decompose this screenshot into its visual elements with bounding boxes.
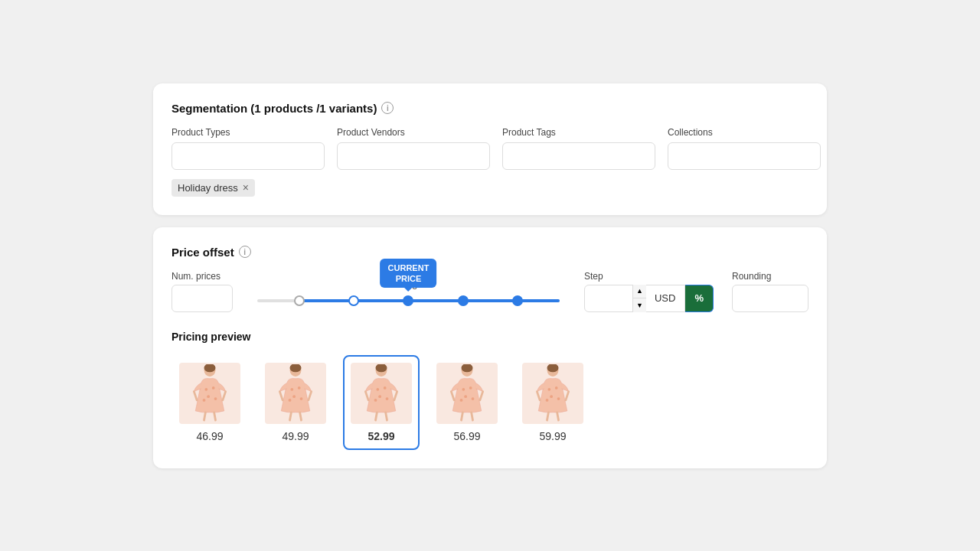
svg-line-20 [290, 412, 292, 420]
svg-line-8 [223, 392, 226, 400]
preview-image-4 [522, 363, 583, 424]
svg-line-30 [394, 392, 397, 400]
svg-point-2 [204, 388, 207, 391]
step-label: Step [584, 271, 714, 282]
svg-point-37 [464, 395, 467, 398]
svg-line-42 [462, 412, 463, 420]
svg-point-17 [289, 399, 292, 402]
preview-price-1: 49.99 [282, 430, 309, 442]
svg-line-31 [376, 412, 377, 420]
svg-point-35 [462, 388, 465, 391]
preview-item-1[interactable]: 49.99 [257, 355, 334, 450]
svg-point-36 [469, 386, 472, 390]
svg-point-48 [550, 395, 553, 398]
segmentation-title: Segmentation (1 products /1 variants) i [172, 102, 808, 115]
svg-point-24 [376, 388, 379, 391]
slider-dot-current[interactable]: CURRENTPRICE [403, 295, 413, 306]
num-prices-label: Num. prices [172, 271, 233, 282]
tag-label: Holiday dress [178, 182, 238, 194]
product-tags-label: Product Tags [502, 127, 655, 138]
price-offset-title-text: Price offset [172, 246, 234, 259]
svg-point-28 [374, 399, 377, 402]
price-offset-title: Price offset i [172, 246, 808, 259]
pricing-preview-section: Pricing preview [172, 331, 808, 450]
segmentation-title-text: Segmentation (1 products /1 variants) [172, 102, 377, 115]
step-group: Step 6 ▲ ▼ USD % [584, 271, 714, 312]
svg-line-21 [300, 412, 302, 420]
product-types-label: Product Types [172, 127, 325, 138]
num-prices-group: Num. prices 5 ▲ ▼ [172, 271, 233, 312]
svg-point-15 [292, 395, 296, 398]
product-tags-input[interactable] [502, 142, 655, 170]
step-up-btn[interactable]: ▲ [633, 285, 646, 299]
step-down-btn[interactable]: ▼ [633, 298, 646, 312]
preview-item-4[interactable]: 59.99 [514, 355, 591, 450]
svg-line-19 [309, 392, 312, 400]
svg-line-32 [386, 412, 387, 420]
svg-line-29 [365, 392, 368, 400]
slider-dot-5[interactable] [512, 295, 523, 306]
svg-point-27 [386, 397, 389, 400]
svg-point-5 [214, 397, 217, 400]
pricing-preview-title: Pricing preview [172, 331, 808, 343]
svg-point-39 [460, 399, 463, 402]
dress-icon [273, 364, 318, 422]
dress-icon [187, 364, 233, 422]
preview-price-4: 59.99 [539, 430, 566, 442]
svg-point-13 [290, 388, 293, 391]
svg-line-40 [451, 392, 454, 400]
preview-image-1 [265, 363, 326, 424]
svg-point-14 [298, 386, 301, 390]
preview-item-0[interactable]: 46.99 [172, 355, 248, 450]
svg-point-26 [378, 395, 381, 398]
svg-point-4 [207, 395, 210, 398]
price-offset-controls: Num. prices 5 ▲ ▼ 3 [172, 271, 808, 312]
svg-point-6 [203, 399, 206, 402]
svg-line-52 [566, 392, 569, 400]
preview-item-2[interactable]: 52.99 [343, 355, 420, 450]
rounding-input[interactable]: 0.99 [732, 285, 808, 312]
product-vendors-group: Product Vendors [337, 127, 490, 170]
product-types-input[interactable] [172, 142, 325, 170]
svg-line-7 [194, 392, 197, 400]
dress-icon [358, 364, 404, 422]
preview-price-0: 46.99 [196, 430, 223, 442]
dress-icon [444, 364, 490, 422]
filter-row: Product Types Product Vendors Product Ta… [172, 127, 808, 170]
num-prices-value[interactable]: 5 [172, 292, 233, 305]
holiday-dress-tag: Holiday dress × [172, 179, 255, 197]
svg-point-25 [384, 386, 387, 390]
percent-button[interactable]: % [685, 285, 714, 312]
preview-item-3[interactable]: 56.99 [429, 355, 505, 450]
svg-point-38 [472, 397, 475, 400]
slider-dot-2[interactable] [348, 295, 359, 306]
current-price-tooltip: CURRENTPRICE [381, 259, 437, 289]
preview-image-3 [436, 363, 498, 424]
preview-price-2: 52.99 [368, 430, 394, 442]
product-vendors-input[interactable] [337, 142, 490, 170]
svg-line-18 [279, 392, 283, 400]
slider-dot-1[interactable] [294, 295, 305, 306]
svg-line-9 [204, 412, 206, 420]
slider-dot-4[interactable] [458, 295, 469, 306]
svg-point-49 [557, 397, 560, 400]
svg-line-43 [472, 412, 473, 420]
preview-items: 46.99 [172, 355, 808, 450]
product-types-group: Product Types [172, 127, 325, 170]
slider-container: 3 CURRENTPRICE [251, 281, 566, 302]
tag-close-button[interactable]: × [243, 182, 249, 193]
svg-point-50 [546, 399, 549, 402]
svg-point-47 [555, 386, 558, 390]
product-vendors-label: Product Vendors [337, 127, 490, 138]
currency-button[interactable]: USD [645, 285, 685, 312]
rounding-label: Rounding [732, 271, 808, 282]
preview-image-0 [179, 363, 240, 424]
segmentation-info-icon[interactable]: i [381, 102, 394, 114]
rounding-group: Rounding 0.99 [732, 271, 808, 312]
segmentation-card: Segmentation (1 products /1 variants) i … [153, 83, 827, 215]
price-offset-info-icon[interactable]: i [239, 246, 251, 258]
collections-group: Collections [668, 127, 821, 170]
svg-line-51 [537, 392, 540, 400]
svg-line-54 [557, 412, 559, 420]
collections-input[interactable] [668, 142, 821, 170]
